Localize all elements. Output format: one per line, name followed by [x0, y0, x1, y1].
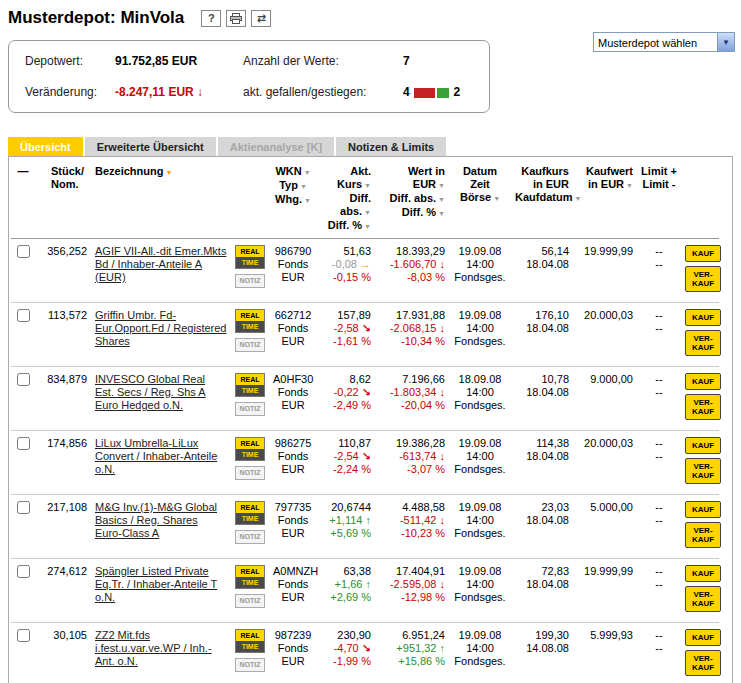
column-header[interactable]: WKN▼Typ▼Whg.▼: [269, 159, 317, 239]
tab-notizen-limits[interactable]: Notizen & Limits: [336, 137, 446, 156]
kauf-button[interactable]: KAUF: [685, 245, 721, 262]
row-select-checkbox[interactable]: [17, 629, 30, 642]
fund-name-link[interactable]: ZZ2 Mit.fds i.fest.u.var.ve.WP / Inh.-An…: [95, 629, 212, 667]
veraenderung-label: Veränderung:: [25, 85, 115, 99]
sort-icon[interactable]: ▼: [626, 182, 633, 189]
summary-row-1: Depotwert: 91.752,85 EUR Anzahl der Wert…: [25, 54, 473, 68]
content-box: —Stück/Nom.Bezeichnung▼WKN▼Typ▼Whg.▼Akt.…: [8, 156, 733, 683]
notiz-badge[interactable]: NOTIZ: [235, 466, 265, 480]
fund-name-link[interactable]: INVESCO Global Real Est. Secs / Reg. Shs…: [95, 373, 206, 411]
checkbox-cell: [11, 303, 35, 367]
sort-icon[interactable]: ▼: [438, 196, 445, 203]
column-header-label: —: [18, 165, 29, 177]
kaufkurs-cell: 176,1018.04.08: [511, 303, 573, 367]
column-header[interactable]: DatumZeitBörse▼: [449, 159, 511, 239]
kauf-button[interactable]: KAUF: [685, 629, 721, 646]
sort-icon[interactable]: ▼: [165, 169, 172, 176]
kaufwert-cell: 20.000,03: [573, 431, 637, 495]
kaufwert-cell: 20.000,03: [573, 303, 637, 367]
column-header: [231, 159, 269, 239]
tab-uebersicht[interactable]: Übersicht: [8, 137, 83, 156]
realtime-badge[interactable]: REALTIME: [235, 373, 265, 397]
fund-name-link[interactable]: Spängler Listed Private Eq.Tr. / Inhaber…: [95, 565, 217, 603]
trade-cell: KAUFVER-KAUF: [681, 623, 719, 683]
sort-icon[interactable]: ▼: [304, 197, 311, 204]
print-icon[interactable]: [226, 10, 246, 27]
trade-cell: KAUFVER-KAUF: [681, 367, 719, 431]
verkauf-button[interactable]: VER-KAUF: [685, 394, 721, 420]
sort-icon[interactable]: ▼: [304, 169, 311, 176]
kauf-button[interactable]: KAUF: [685, 501, 721, 518]
column-header-label: Datum: [463, 165, 497, 177]
realtime-badge[interactable]: REALTIME: [235, 501, 265, 525]
sort-icon[interactable]: ▼: [364, 182, 371, 189]
shares-cell: 113,572: [35, 303, 91, 367]
fund-name-link[interactable]: M&G Inv.(1)-M&G Global Basics / Reg. Sha…: [95, 501, 217, 539]
realtime-badge[interactable]: REALTIME: [235, 309, 265, 333]
limit-cell: ----: [637, 623, 681, 683]
table-row: 174,856LiLux Umbrella-LiLux Convert / In…: [11, 431, 719, 495]
tab-erweiterte-uebersicht[interactable]: Erweiterte Übersicht: [85, 137, 216, 156]
realtime-badge[interactable]: REALTIME: [235, 629, 265, 653]
realtime-badge[interactable]: REALTIME: [235, 565, 265, 589]
kaufkurs-cell: 23,0318.04.08: [511, 495, 573, 559]
verkauf-button[interactable]: VER-KAUF: [685, 586, 721, 612]
column-header[interactable]: Bezeichnung▼: [91, 159, 231, 239]
row-select-checkbox[interactable]: [17, 309, 30, 322]
row-select-checkbox[interactable]: [17, 373, 30, 386]
kaufkurs-cell: 10,7818.04.08: [511, 367, 573, 431]
sort-icon[interactable]: ▼: [438, 210, 445, 217]
fallen-bar-icon: [414, 88, 435, 98]
verkauf-button[interactable]: VER-KAUF: [685, 650, 721, 676]
column-header[interactable]: Kaufwertin EUR▼: [573, 159, 637, 239]
shares-cell: 356,252: [35, 239, 91, 303]
sort-icon[interactable]: ▼: [438, 182, 445, 189]
swap-icon[interactable]: ⇄: [251, 10, 271, 27]
notiz-badge[interactable]: NOTIZ: [235, 402, 265, 416]
column-header[interactable]: Wert in EUR▼Diff. abs.▼Diff. %▼: [375, 159, 449, 239]
trend-arrow-icon: ↑: [366, 514, 372, 526]
sort-icon[interactable]: ▼: [364, 223, 371, 230]
sort-icon[interactable]: ▼: [493, 195, 500, 202]
table-row: 834,879INVESCO Global Real Est. Secs / R…: [11, 367, 719, 431]
sort-icon[interactable]: ▼: [574, 195, 581, 202]
sort-icon[interactable]: ▼: [364, 209, 371, 216]
badge-cell: REALTIMENOTIZ: [231, 239, 269, 303]
fund-name-link[interactable]: LiLux Umbrella-LiLux Convert / Inhaber-A…: [95, 437, 217, 475]
sort-icon[interactable]: ▼: [300, 183, 307, 190]
badge-cell: REALTIMENOTIZ: [231, 303, 269, 367]
kauf-button[interactable]: KAUF: [685, 309, 721, 326]
notiz-badge[interactable]: NOTIZ: [235, 274, 265, 288]
shares-cell: 217,108: [35, 495, 91, 559]
depot-select[interactable]: Musterdepot wählen: [594, 34, 734, 52]
page: Musterdepot: MinVola ? ⇄ Musterdepot wäh…: [0, 0, 741, 683]
verkauf-button[interactable]: VER-KAUF: [685, 458, 721, 484]
verkauf-button[interactable]: VER-KAUF: [685, 330, 721, 356]
notiz-badge[interactable]: NOTIZ: [235, 338, 265, 352]
kaufwert-cell: 19.999,99: [573, 559, 637, 623]
notiz-badge[interactable]: NOTIZ: [235, 530, 265, 544]
column-header[interactable]: Akt. Kurs▼Diff. abs.▼Diff. %▼: [317, 159, 375, 239]
fund-name-link[interactable]: AGIF VII-All.-dit Emer.Mkts Bd / Inhaber…: [95, 245, 226, 283]
checkbox-cell: [11, 367, 35, 431]
fund-name-link[interactable]: Griffin Umbr. Fd-Eur.Opport.Fd / Registe…: [95, 309, 226, 347]
wkn-cell: A0MNZHFondsEUR: [269, 559, 317, 623]
realtime-badge[interactable]: REALTIME: [235, 245, 265, 269]
kauf-button[interactable]: KAUF: [685, 565, 721, 582]
notiz-badge[interactable]: NOTIZ: [235, 658, 265, 672]
row-select-checkbox[interactable]: [17, 437, 30, 450]
kauf-button[interactable]: KAUF: [685, 373, 721, 390]
datum-cell: 19.09.0814:00Fondsges.: [449, 431, 511, 495]
kauf-button[interactable]: KAUF: [685, 437, 721, 454]
row-select-checkbox[interactable]: [17, 501, 30, 514]
trend-arrow-icon: ↑: [440, 642, 446, 654]
help-icon[interactable]: ?: [201, 10, 221, 27]
column-header[interactable]: Kaufkursin EURKaufdatum▼: [511, 159, 573, 239]
realtime-badge[interactable]: REALTIME: [235, 437, 265, 461]
notiz-badge[interactable]: NOTIZ: [235, 594, 265, 608]
row-select-checkbox[interactable]: [17, 565, 30, 578]
verkauf-button[interactable]: VER-KAUF: [685, 522, 721, 548]
row-select-checkbox[interactable]: [17, 245, 30, 258]
verkauf-button[interactable]: VER-KAUF: [685, 266, 721, 292]
checkbox-cell: [11, 495, 35, 559]
